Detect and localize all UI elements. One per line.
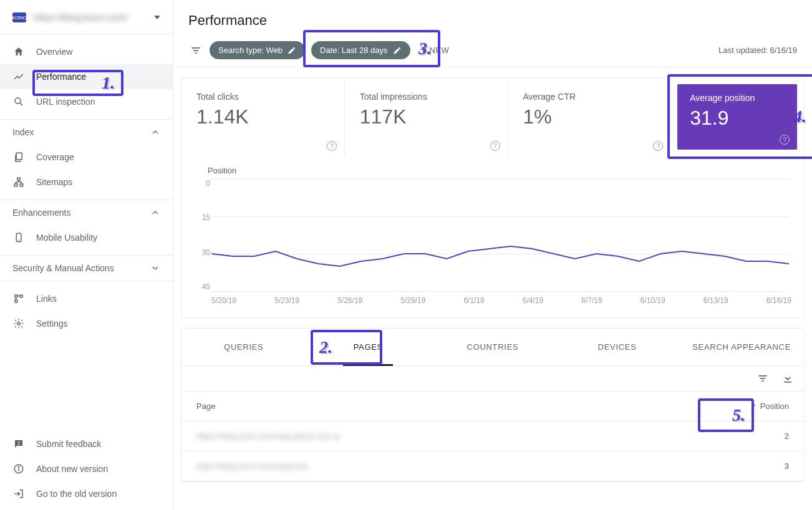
cell-page: https://blog.kono.com/slug-two/ xyxy=(196,461,733,471)
metric-value: 117K xyxy=(360,105,493,128)
metric-label: Total clicks xyxy=(196,92,329,102)
help-icon[interactable]: ? xyxy=(780,135,790,145)
nav-label: Coverage xyxy=(36,152,160,162)
filter-icon[interactable] xyxy=(188,43,203,58)
tab-devices[interactable]: DEVICES xyxy=(555,329,680,365)
svg-point-13 xyxy=(17,322,21,325)
tab-search-appearance[interactable]: SEARCH APPEARANCE xyxy=(679,329,804,365)
info-icon xyxy=(12,463,25,475)
links-icon xyxy=(12,292,25,305)
tab-pages[interactable]: PAGES xyxy=(306,329,431,365)
nav-enh-items: Mobile Usability xyxy=(0,225,173,255)
svg-rect-8 xyxy=(15,295,17,297)
metric-value: 31.9 xyxy=(690,107,785,130)
chip-date[interactable]: Date: Last 28 days xyxy=(311,41,410,59)
section-security[interactable]: Security & Manual Actions xyxy=(0,255,173,281)
nav-links[interactable]: Links xyxy=(0,286,173,311)
nav-settings[interactable]: Settings xyxy=(0,311,173,336)
metric-ctr[interactable]: Average CTR 1% ? xyxy=(508,78,672,156)
x-tick: 6/7/19 xyxy=(581,296,602,305)
metric-label: Average CTR xyxy=(523,92,656,102)
help-icon[interactable]: ? xyxy=(653,141,663,151)
mobile-icon xyxy=(12,231,25,244)
nav-feedback[interactable]: Submit feedback xyxy=(0,431,173,456)
pages-icon xyxy=(12,151,25,163)
pencil-icon xyxy=(393,46,402,55)
content-area: Total clicks 1.14K ? Total impressions 1… xyxy=(173,67,812,502)
nav-about[interactable]: About new version xyxy=(0,456,173,481)
metrics-row: Total clicks 1.14K ? Total impressions 1… xyxy=(181,78,804,156)
x-tick: 5/29/19 xyxy=(400,296,425,305)
x-tick: 6/10/19 xyxy=(640,296,665,305)
filter-icon[interactable] xyxy=(756,372,769,385)
tab-queries[interactable]: QUERIES xyxy=(181,329,306,365)
table-row[interactable]: https://blog.kono.com/slug-two/3 xyxy=(181,451,804,481)
chevron-up-icon xyxy=(150,208,160,218)
x-tick: 6/16/19 xyxy=(766,296,791,305)
sidebar-footer: Submit feedback About new version Go to … xyxy=(0,425,173,510)
nav-coverage[interactable]: Coverage xyxy=(0,145,173,170)
svg-rect-10 xyxy=(15,300,17,302)
svg-line-1 xyxy=(20,103,22,105)
section-label: Index xyxy=(12,127,34,137)
nav-old-version[interactable]: Go to the old version xyxy=(0,481,173,506)
svg-point-0 xyxy=(15,98,21,103)
x-tick: 6/13/19 xyxy=(703,296,728,305)
tabs: QUERIESPAGESCOUNTRIESDEVICESSEARCH APPEA… xyxy=(181,329,804,366)
filter-bar: Search type: Web Date: Last 28 days + NE… xyxy=(173,34,812,67)
nav-main: Overview Performance URL inspection xyxy=(0,34,173,119)
table-row[interactable]: https://blog.kono.com/slug-about-one-xy2 xyxy=(181,421,804,451)
help-icon[interactable]: ? xyxy=(327,141,337,151)
nav-overview[interactable]: Overview xyxy=(0,39,173,64)
metric-impressions[interactable]: Total impressions 117K ? xyxy=(345,78,508,156)
new-filter-button[interactable]: + NEW xyxy=(420,44,450,57)
cell-position: 3 xyxy=(733,461,789,471)
col-position[interactable]: Position xyxy=(733,402,789,411)
svg-rect-25 xyxy=(761,380,763,382)
x-tick: 6/1/19 xyxy=(463,296,484,305)
property-selector[interactable]: KONO https://blog.kono.com/ xyxy=(0,6,173,34)
gear-icon xyxy=(12,317,25,330)
sidebar: KONO https://blog.kono.com/ Overview Per… xyxy=(0,0,173,510)
section-index[interactable]: Index xyxy=(0,119,173,145)
plus-icon: + xyxy=(420,44,427,57)
y-labels: 0 15 30 45 xyxy=(194,179,210,291)
metric-position[interactable]: Average position 31.9 ? xyxy=(677,84,798,150)
metric-value: 1% xyxy=(523,105,656,128)
nav-label: Go to the old version xyxy=(36,489,160,499)
metric-label: Total impressions xyxy=(360,92,493,102)
chip-search-type[interactable]: Search type: Web xyxy=(210,41,305,59)
nav-label: URL inspection xyxy=(36,97,160,107)
metric-value: 1.14K xyxy=(196,105,329,128)
chart-y-title: Position xyxy=(194,163,791,179)
nav-performance[interactable]: Performance xyxy=(0,64,173,89)
svg-rect-9 xyxy=(20,295,22,297)
svg-rect-14 xyxy=(18,441,19,443)
help-icon[interactable]: ? xyxy=(490,141,500,151)
section-label: Security & Manual Actions xyxy=(12,263,114,273)
nav-url-inspection[interactable]: URL inspection xyxy=(0,89,173,114)
download-icon[interactable] xyxy=(781,372,794,385)
x-tick: 6/4/19 xyxy=(523,296,543,305)
nav-sitemaps[interactable]: Sitemaps xyxy=(0,170,173,195)
svg-rect-2 xyxy=(16,153,22,160)
chart-area: 0 15 30 45 xyxy=(211,179,789,291)
new-label: NEW xyxy=(430,46,450,55)
nav-label: Sitemaps xyxy=(36,177,160,187)
x-tick: 5/26/19 xyxy=(337,296,362,305)
chevron-up-icon xyxy=(150,127,160,137)
metric-clicks[interactable]: Total clicks 1.14K ? xyxy=(181,78,345,156)
col-page[interactable]: Page xyxy=(196,402,733,411)
nav-mobile-usability[interactable]: Mobile Usability xyxy=(0,225,173,250)
property-domain: https://blog.kono.com/ xyxy=(34,12,154,22)
x-labels: 5/20/195/23/195/26/195/29/196/1/196/4/19… xyxy=(211,296,791,305)
nav-label: Performance xyxy=(36,72,160,82)
sort-up-icon xyxy=(749,402,758,411)
trend-icon xyxy=(12,70,25,83)
section-enhancements[interactable]: Enhancements xyxy=(0,200,173,225)
svg-rect-20 xyxy=(191,47,200,49)
nav-misc: Links Settings xyxy=(0,281,173,341)
nav-label: About new version xyxy=(36,464,160,474)
tab-countries[interactable]: COUNTRIES xyxy=(430,329,555,365)
nav-label: Mobile Usability xyxy=(36,233,160,243)
